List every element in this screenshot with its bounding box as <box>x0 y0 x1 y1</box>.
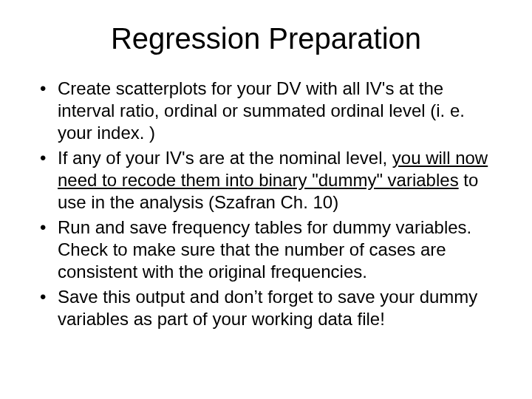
list-item: Run and save frequency tables for dummy … <box>37 216 502 283</box>
list-item: Save this output and don’t forget to sav… <box>37 286 502 330</box>
list-item: Create scatterplots for your DV with all… <box>37 78 502 144</box>
list-item: If any of your IV's are at the nominal l… <box>37 147 502 214</box>
bullet-text-pre: If any of your IV's are at the nominal l… <box>58 148 392 168</box>
slide: Regression Preparation Create scatterplo… <box>0 0 532 399</box>
bullet-list: Create scatterplots for your DV with all… <box>37 78 502 330</box>
bullet-text-pre: Save this output and don’t forget to sav… <box>58 287 477 329</box>
page-title: Regression Preparation <box>30 22 502 55</box>
bullet-text-pre: Create scatterplots for your DV with all… <box>58 78 465 143</box>
bullet-text-pre: Run and save frequency tables for dummy … <box>58 217 471 282</box>
